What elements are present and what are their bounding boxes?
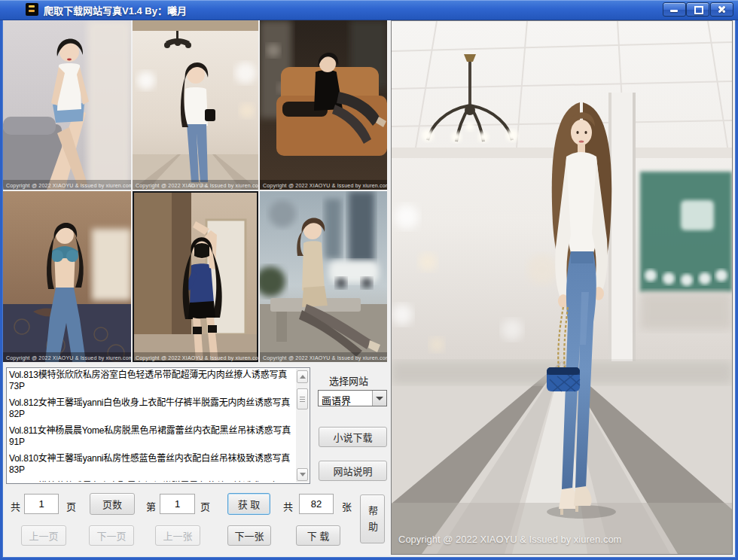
- preview-image: Copyright @ 2022 XIAOYU & Issued by xiur…: [391, 20, 733, 555]
- next-image-button[interactable]: 下一张: [227, 525, 271, 546]
- novel-download-button[interactable]: 小说下载: [319, 427, 387, 447]
- thumbnail-photo-5: [133, 191, 258, 362]
- current-page-input[interactable]: [160, 494, 195, 514]
- list-item[interactable]: Vol.811女神杨晨晨Yome私房脱黑色吊裙露蕾丝内衣配黑丝吊袜诱惑写真91P: [9, 425, 294, 448]
- total-images-input[interactable]: [299, 494, 334, 514]
- thumbnail-copyright: Copyright @ 2022 XIAOYU & Issued by xiur…: [6, 355, 131, 361]
- site-select-value: 画语界: [322, 393, 351, 407]
- window-title: 爬取下载网站写真V1.4 By：曦月: [44, 3, 187, 17]
- storefront: [640, 172, 732, 330]
- thumbnail-copyright: Copyright @ 2022 XIAOYU & Issued by xiur…: [263, 183, 387, 188]
- list-item[interactable]: Vol.810女神王馨瑶yanni私房性感蓝色蕾丝内衣配白丝吊袜极致诱惑写真83…: [9, 453, 294, 476]
- list-item[interactable]: Vol.809模特艾静香黑色上衣配黑色短裙半脱露黑色蕾丝吊袜诱惑写真: [9, 481, 294, 482]
- prev-image-button[interactable]: 上一张: [155, 525, 200, 546]
- app-icon: [26, 3, 38, 16]
- thumbnail-copyright: Copyright @ 2022 XIAOYU & Issued by xiur…: [136, 183, 258, 188]
- fetch-button[interactable]: 获 取: [227, 493, 270, 515]
- preview-copyright: Copyright @ 2022 XIAOYU & Issued by xiur…: [398, 534, 621, 545]
- prev-page-button[interactable]: 上一页: [21, 525, 66, 546]
- total-pages-input[interactable]: [24, 494, 59, 514]
- current-page-label: 第: [146, 499, 156, 513]
- scroll-down-button[interactable]: [297, 468, 308, 481]
- site-select[interactable]: 画语界: [318, 390, 387, 406]
- site-info-button[interactable]: 网站说明: [319, 461, 387, 481]
- minimize-button[interactable]: [663, 2, 686, 17]
- images-unit-label: 张: [342, 499, 352, 513]
- result-listbox[interactable]: Vol.813模特张欣欣私房浴室白色轻透吊带配超薄无内肉丝撩人诱惑写真73P V…: [6, 367, 310, 484]
- thumbnail-1[interactable]: Copyright @ 2022 XIAOYU & Issued by xiur…: [3, 20, 131, 190]
- page-count-button[interactable]: 页数: [90, 493, 135, 515]
- thumbnail-photo-1: [3, 20, 131, 190]
- close-button[interactable]: [710, 2, 733, 17]
- site-select-label: 选择网站: [329, 373, 368, 388]
- thumbnail-photo-3: [260, 20, 387, 190]
- pages-unit-label: 页: [66, 499, 76, 513]
- preview-photo: [392, 21, 732, 554]
- listbox-scrollbar[interactable]: [296, 369, 309, 482]
- thumbnail-5[interactable]: Copyright @ 2022 XIAOYU & Issued by xiur…: [133, 191, 258, 362]
- thumbnail-6[interactable]: Copyright @ 2022 XIAOYU & Issued by xiur…: [260, 191, 387, 362]
- current-page-unit-label: 页: [200, 499, 210, 513]
- next-page-button[interactable]: 下一页: [89, 525, 134, 546]
- thumbnail-2[interactable]: Copyright @ 2022 XIAOYU & Issued by xiur…: [133, 20, 258, 190]
- download-button[interactable]: 下 载: [296, 525, 340, 546]
- chevron-down-icon[interactable]: [372, 391, 386, 406]
- scroll-thumb[interactable]: [297, 388, 308, 409]
- result-list: Vol.813模特张欣欣私房浴室白色轻透吊带配超薄无内肉丝撩人诱惑写真73P V…: [9, 370, 294, 482]
- images-total-label: 共: [283, 499, 293, 513]
- thumbnail-photo-4: [3, 191, 131, 362]
- scroll-up-button[interactable]: [297, 370, 308, 383]
- thumbnail-photo-6: [260, 191, 387, 362]
- list-item[interactable]: Vol.812女神王馨瑶yanni白色收身上衣配牛仔裤半脱露无内肉丝诱惑写真82…: [9, 397, 294, 420]
- thumbnail-4[interactable]: Copyright @ 2022 XIAOYU & Issued by xiur…: [3, 191, 131, 362]
- list-item[interactable]: Vol.813模特张欣欣私房浴室白色轻透吊带配超薄无内肉丝撩人诱惑写真73P: [9, 370, 294, 392]
- help-button[interactable]: 帮助: [360, 495, 385, 543]
- maximize-button[interactable]: [686, 2, 709, 17]
- thumbnail-copyright: Copyright @ 2022 XIAOYU & Issued by xiur…: [263, 355, 387, 361]
- thumbnail-photo-2: [133, 20, 258, 190]
- thumbnail-copyright: Copyright @ 2022 XIAOYU & Issued by xiur…: [136, 355, 258, 361]
- thumbnail-3[interactable]: Copyright @ 2022 XIAOYU & Issued by xiur…: [260, 20, 387, 190]
- app-window: 爬取下载网站写真V1.4 By：曦月 Copyright @ 2022 XI: [0, 0, 738, 560]
- thumbnail-copyright: Copyright @ 2022 XIAOYU & Issued by xiur…: [6, 183, 131, 188]
- total-pages-label: 共: [11, 499, 20, 513]
